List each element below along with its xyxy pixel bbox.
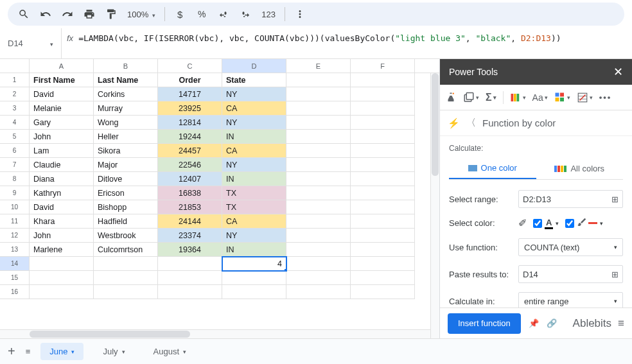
cell[interactable]	[351, 144, 415, 158]
cell[interactable]	[286, 101, 351, 116]
cell[interactable]	[286, 243, 351, 257]
col-header-d[interactable]: D	[222, 59, 286, 73]
col-header-e[interactable]: E	[286, 59, 351, 73]
fill-color-checkbox[interactable]	[565, 219, 574, 228]
row-header[interactable]: 2	[0, 87, 30, 101]
cell[interactable]	[286, 130, 351, 144]
cell[interactable]: 24457	[158, 144, 222, 158]
cell[interactable]: Heller	[94, 130, 158, 144]
row-header[interactable]: 16	[0, 285, 30, 299]
cell[interactable]: 22546	[158, 158, 222, 172]
cell[interactable]: Marlene	[30, 243, 94, 257]
dedupe-icon[interactable]: ▾	[463, 92, 479, 103]
zoom-dropdown[interactable]: 100%	[123, 10, 159, 19]
cell[interactable]	[286, 186, 351, 200]
col-header-b[interactable]: B	[94, 59, 158, 73]
paint-format-icon[interactable]	[101, 4, 121, 24]
vertical-scrollbar[interactable]	[430, 73, 439, 338]
cell[interactable]	[351, 229, 415, 243]
cell[interactable]	[351, 101, 415, 116]
select-all-corner[interactable]	[0, 59, 30, 73]
cell[interactable]: First Name	[30, 73, 94, 87]
cell[interactable]	[351, 172, 415, 186]
cell[interactable]	[94, 271, 158, 285]
paste-range-picker-icon[interactable]: ⊞	[611, 270, 619, 279]
cell[interactable]	[286, 214, 351, 229]
cell[interactable]: CA	[222, 144, 286, 158]
calculate-in-select[interactable]: entire range▾	[518, 292, 623, 308]
use-function-select[interactable]: COUNTA (text)▾	[518, 238, 623, 256]
col-header-a[interactable]: A	[30, 59, 94, 73]
row-header[interactable]: 1	[0, 73, 30, 87]
add-sheet-button[interactable]: +	[8, 344, 15, 359]
cell[interactable]	[286, 285, 351, 299]
cell[interactable]: NY	[222, 116, 286, 130]
cell[interactable]	[30, 285, 94, 299]
cell[interactable]	[94, 285, 158, 299]
name-box[interactable]: D14	[0, 28, 62, 58]
menu-icon[interactable]: ≡	[618, 317, 624, 330]
search-icon[interactable]	[14, 4, 33, 24]
row-header[interactable]: 9	[0, 186, 30, 200]
cell[interactable]: Sikora	[94, 144, 158, 158]
color-scale-icon[interactable]: ▾	[510, 92, 526, 103]
select-range-input[interactable]: D2:D13⊞	[518, 190, 623, 208]
clear-icon[interactable]: ▾	[577, 92, 593, 103]
cell[interactable]	[351, 200, 415, 214]
cell[interactable]	[351, 116, 415, 130]
row-header[interactable]: 3	[0, 101, 30, 116]
font-color-checkbox[interactable]	[533, 219, 542, 228]
cell[interactable]	[286, 172, 351, 186]
row-header[interactable]: 6	[0, 144, 30, 158]
cell[interactable]	[351, 257, 415, 271]
row-header[interactable]: 13	[0, 243, 30, 257]
range-picker-icon[interactable]: ⊞	[611, 195, 619, 204]
cell[interactable]	[286, 229, 351, 243]
cell[interactable]: David	[30, 87, 94, 101]
row-header[interactable]: 12	[0, 229, 30, 243]
cell[interactable]: Kathryn	[30, 186, 94, 200]
cell[interactable]: Bishopp	[94, 200, 158, 214]
selected-cell[interactable]: 4	[222, 257, 286, 271]
fill-handle[interactable]	[284, 268, 286, 271]
link-icon[interactable]: 🔗	[547, 318, 557, 328]
cell[interactable]: Murray	[94, 101, 158, 116]
back-icon[interactable]: 〈	[466, 117, 476, 129]
cell[interactable]	[286, 116, 351, 130]
cell[interactable]: State	[222, 73, 286, 87]
cell[interactable]: 19364	[158, 243, 222, 257]
cell[interactable]	[158, 257, 222, 271]
more-icon[interactable]	[290, 4, 310, 24]
row-header[interactable]: 10	[0, 200, 30, 214]
tab-all-colors[interactable]: All colors	[536, 158, 624, 179]
sigma-icon[interactable]: Σ▾	[486, 92, 496, 103]
grid-tools-icon[interactable]: ▾	[554, 92, 570, 103]
number-format-dropdown[interactable]: 123	[258, 10, 279, 19]
increase-decimal-icon[interactable]	[236, 4, 255, 24]
cell[interactable]	[351, 158, 415, 172]
cell[interactable]: Lam	[30, 144, 94, 158]
cell[interactable]: 21853	[158, 200, 222, 214]
cell[interactable]: Claudie	[30, 158, 94, 172]
cell[interactable]: 23925	[158, 101, 222, 116]
cell[interactable]: 19244	[158, 130, 222, 144]
cell[interactable]	[222, 285, 286, 299]
cell[interactable]	[286, 73, 351, 87]
sheet-tab-august[interactable]: August▾	[145, 343, 195, 360]
cell[interactable]: NY	[222, 87, 286, 101]
cell[interactable]: Wong	[94, 116, 158, 130]
row-header[interactable]: 14	[0, 257, 30, 271]
row-header[interactable]: 4	[0, 116, 30, 130]
cell[interactable]: Gary	[30, 116, 94, 130]
cell[interactable]	[158, 285, 222, 299]
cell[interactable]	[222, 271, 286, 285]
sheet-tab-june[interactable]: June▾	[40, 343, 83, 360]
font-color-picker[interactable]: A	[545, 218, 553, 229]
cell[interactable]: Corkins	[94, 87, 158, 101]
decrease-decimal-icon[interactable]	[214, 4, 233, 24]
cell[interactable]	[351, 271, 415, 285]
cell[interactable]: Major	[94, 158, 158, 172]
row-header[interactable]: 11	[0, 214, 30, 229]
cell[interactable]: 16838	[158, 186, 222, 200]
all-sheets-button[interactable]: ≡	[26, 347, 31, 356]
